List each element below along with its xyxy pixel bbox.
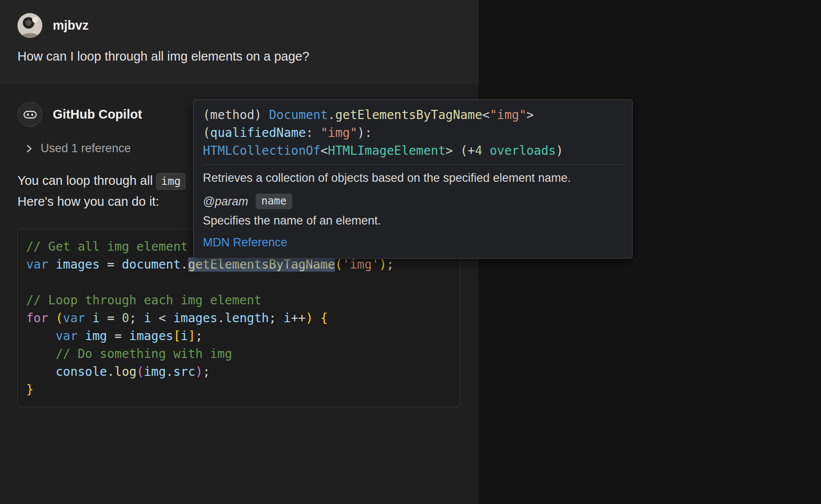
- code-line: // Do something with img: [26, 345, 455, 363]
- tooltip-param-row: @param name: [203, 194, 623, 209]
- code-line: var img = images[i];: [26, 327, 455, 345]
- code-line: }: [26, 381, 455, 398]
- tooltip-signature: (method) Document.getElementsByTagName<"…: [203, 106, 623, 160]
- param-tag: @param: [203, 195, 248, 208]
- tooltip-description: Retrieves a collection of objects based …: [203, 170, 623, 185]
- assistant-text-line1: You can loop through allimg: [17, 174, 185, 188]
- inline-code-chip: img: [156, 173, 185, 190]
- user-avatar: [17, 13, 42, 38]
- code-line: console.log(img.src);: [26, 363, 455, 381]
- code-line: HTMLCollectionOf<HTMLImageElement> (+4 o…: [203, 142, 623, 160]
- references-label: Used 1 reference: [41, 142, 131, 155]
- hover-tooltip: (method) Document.getElementsByTagName<"…: [193, 99, 633, 259]
- assistant-text-line2: Here's how you can do it:: [17, 194, 159, 209]
- param-name-chip: name: [256, 194, 292, 209]
- user-message: mjbvz How can I loop through all img ele…: [0, 0, 479, 85]
- user-avatar-image: [17, 13, 42, 38]
- assistant-text-prefix: You can loop through all: [17, 174, 153, 187]
- param-description: Specifies the name of an element.: [203, 213, 623, 228]
- tooltip-divider: [203, 164, 623, 165]
- references-toggle[interactable]: Used 1 reference: [25, 142, 131, 155]
- code-line: // Loop through each img element: [26, 291, 455, 309]
- user-message-text: How can I loop through all img elements …: [17, 49, 309, 64]
- code-line: (qualifiedName: "img"):: [203, 124, 623, 142]
- username: mjbvz: [53, 18, 89, 33]
- assistant-name: GitHub Copilot: [53, 107, 142, 122]
- chevron-right-icon: [25, 143, 33, 154]
- code-content: // Get all img elementvar images = docum…: [26, 238, 455, 398]
- code-line: [26, 273, 455, 291]
- copilot-logo-icon: [23, 107, 38, 122]
- code-line: (method) Document.getElementsByTagName<"…: [203, 106, 623, 124]
- mdn-reference-link[interactable]: MDN Reference: [203, 236, 287, 249]
- copilot-avatar: [17, 102, 42, 127]
- code-line: for (var i = 0; i < images.length; i++) …: [26, 309, 455, 327]
